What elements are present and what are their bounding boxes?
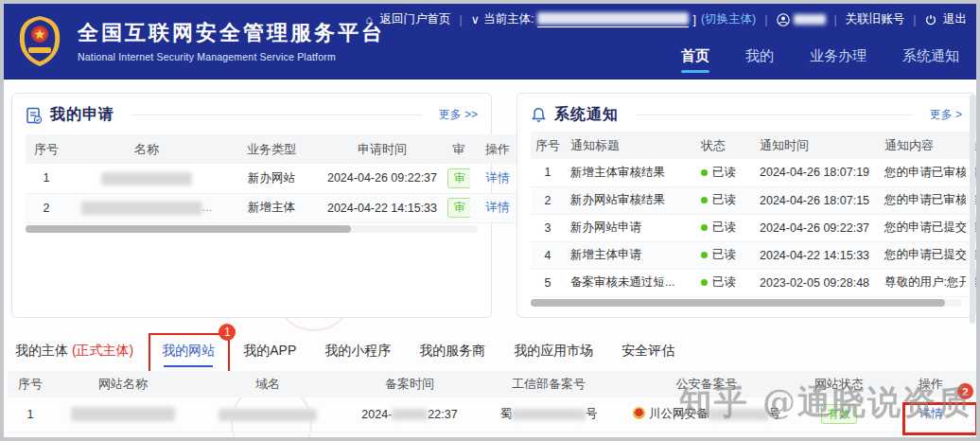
entity-tabs: 我的主体 (正式主体) 我的网站 1 我的APP 我的小程序 我的服务商 我的应…: [4, 318, 976, 371]
col-domain: 域名: [193, 371, 342, 397]
platform-subtitle: National Internet Security Management Se…: [78, 51, 385, 62]
redacted-name: ...: [67, 193, 226, 222]
notification-row: 3 新办网站申请 已读 2024-04-26 09:22:37 您的申请已提交 …: [531, 214, 980, 241]
notifications-table: 序号 通知标题 状态 通知时间 通知内容 操作 1 新增主体审核结果 已读 20…: [531, 132, 980, 297]
entity-bracket: ]: [692, 13, 695, 26]
applications-panel-title: 我的申请: [50, 105, 114, 125]
detail-link[interactable]: 详情: [486, 171, 510, 185]
col-seq: 序号: [26, 134, 67, 164]
notification-row: 4 新增主体申请 已读 2024-04-22 14:15:33 您的申请已提交 …: [531, 241, 980, 269]
notifications-panel-title: 系统通知: [554, 105, 619, 125]
page: 全国互联网安全管理服务平台 National Internet Security…: [0, 0, 980, 441]
logout-link[interactable]: 退出: [925, 11, 967, 27]
applications-more-link[interactable]: 更多 >>: [439, 107, 478, 123]
nav-mine[interactable]: 我的: [745, 47, 774, 73]
current-entity-label: 当前主体:: [483, 11, 534, 27]
read-status-dot: [701, 224, 708, 231]
col-content: 通知内容: [879, 132, 966, 159]
col-title: 通知标题: [565, 132, 695, 159]
tab-my-miniprogram[interactable]: 我的小程序: [324, 343, 391, 371]
col-site-status: 网站状态: [793, 371, 885, 397]
annotation-badge-1: 1: [219, 324, 236, 341]
application-row: 2 ... 新增主体 2024-04-22 14:15:33 审 详情: [26, 193, 525, 222]
annotation-badge-2: 2: [957, 383, 973, 399]
redacted-domain: [193, 397, 342, 432]
notification-row: 2 新办网站审核结果 已读 2024-04-26 18:07:15 您的申请已审…: [531, 186, 980, 214]
police-badge-logo: [15, 13, 64, 68]
notification-row: 1 新增主体审核结果 已读 2024-04-26 18:07:19 您的申请已审…: [531, 159, 980, 186]
power-icon: [925, 14, 936, 26]
col-review-clipped: 审: [447, 134, 470, 164]
site-status-badge: 有效: [821, 404, 857, 424]
police-record-number: 川公网安备号: [621, 397, 793, 432]
notifications-hscrollbar[interactable]: [531, 299, 962, 307]
document-icon: [26, 107, 43, 124]
record-time: 2024-22:37: [342, 397, 477, 432]
col-seq: 序号: [8, 371, 53, 397]
username-redacted: [794, 14, 826, 25]
tab-my-websites[interactable]: 我的网站 1: [162, 343, 215, 371]
main-nav: 首页 我的 业务办理 系统通知: [681, 47, 959, 73]
tab-security-assessment[interactable]: 安全评估: [621, 343, 674, 371]
applications-table: 序号 名称 业务类型 申请时间 审 操作 1 新办网站 2024-04-26 0…: [26, 134, 525, 223]
application-row: 1 新办网站 2024-04-26 09:22:37 审 详情: [26, 164, 525, 193]
platform-title: 全国互联网安全管理服务平台: [78, 19, 385, 47]
col-name: 名称: [67, 134, 226, 164]
applications-hscrollbar[interactable]: [26, 225, 478, 233]
page-vscrollbar[interactable]: [970, 95, 975, 324]
top-header: 全国互联网安全管理服务平台 National Internet Security…: [4, 4, 976, 79]
utility-bar: ⌂ 返回门户首页 | ∨ 当前主体: ] (切换主体) | | 关联旧账号 | …: [366, 11, 967, 27]
notification-row: 5 备案审核未通过短... 已读 2023-02-05 09:28:48 尊敬的…: [531, 269, 980, 296]
switch-entity-link[interactable]: (切换主体): [701, 11, 756, 27]
read-status-dot: [701, 252, 708, 258]
col-police-number: 公安备案号: [621, 371, 793, 397]
chevron-down-icon: ∨: [471, 12, 480, 26]
col-apply-time: 申请时间: [317, 134, 447, 164]
national-emblem-icon: [633, 407, 645, 419]
review-status-badge: 审: [447, 198, 470, 218]
home-icon: ⌂: [366, 13, 374, 26]
tab-my-app[interactable]: 我的APP: [243, 343, 296, 371]
col-seq: 序号: [531, 132, 565, 159]
tab-my-provider[interactable]: 我的服务商: [419, 343, 485, 371]
my-applications-panel: 我的申请 更多 >> 序号 名称 业务类型 申请时间 审 操作: [11, 93, 492, 318]
read-status-dot: [701, 197, 708, 203]
websites-table: 序号 网站名称 域名 备案时间 工信部备案号 公安备案号 网站状态 操作 1 2…: [8, 371, 976, 432]
col-website-name: 网站名称: [53, 371, 193, 397]
miit-record-number: 蜀号: [477, 397, 621, 432]
redacted-name: [67, 164, 226, 193]
col-time: 通知时间: [754, 132, 879, 159]
website-row: 1 2024-22:37 蜀号 川公网安备号 有效 详情: [8, 397, 976, 432]
nav-business[interactable]: 业务办理: [810, 47, 866, 73]
formal-subject-flag: (正式主体): [72, 343, 133, 358]
bell-icon: [531, 107, 547, 123]
notifications-more-link[interactable]: 更多 >: [930, 107, 962, 123]
current-entity-value-redacted: [537, 11, 689, 27]
tab-my-subject[interactable]: 我的主体 (正式主体): [15, 343, 133, 371]
link-old-account[interactable]: 关联旧账号: [846, 11, 905, 27]
col-miit-number: 工信部备案号: [477, 371, 621, 397]
col-type: 业务类型: [226, 134, 317, 164]
home-link[interactable]: ⌂ 返回门户首页: [366, 11, 451, 27]
review-status-badge: 审: [447, 168, 470, 188]
col-status: 状态: [695, 132, 754, 159]
nav-home[interactable]: 首页: [681, 47, 709, 73]
redacted-website-name: [53, 397, 193, 432]
tab-my-appmarket[interactable]: 我的应用市场: [514, 343, 593, 371]
nav-notifications[interactable]: 系统通知: [902, 47, 959, 73]
website-detail-link[interactable]: 详情: [919, 407, 943, 420]
col-record-time: 备案时间: [342, 371, 477, 397]
system-notifications-panel: 系统通知 更多 > 序号 通知标题 状态 通知时间 通知内容 操作: [516, 93, 976, 318]
detail-link[interactable]: 详情: [486, 201, 510, 214]
read-status-dot: [701, 279, 708, 286]
read-status-dot: [701, 169, 708, 176]
user-icon: [777, 13, 790, 26]
